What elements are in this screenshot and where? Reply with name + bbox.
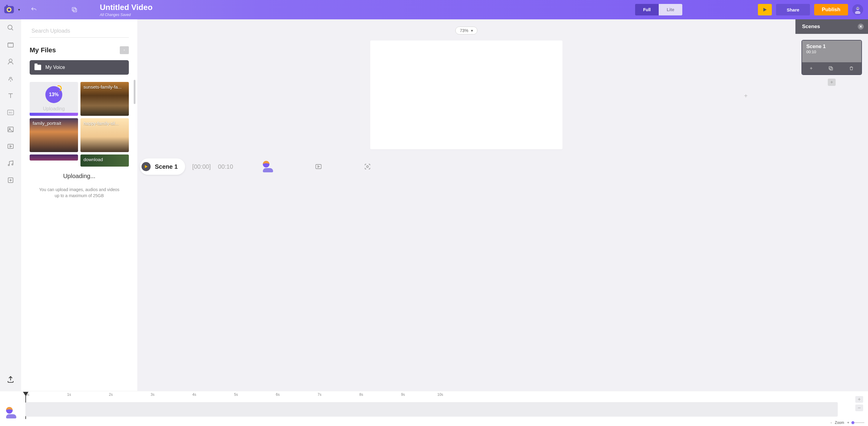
timeline-track[interactable] bbox=[25, 402, 838, 417]
upload-hint: You can upload images, audios and videos… bbox=[30, 187, 129, 199]
scene-card-body: Scene 1 00:10 bbox=[802, 40, 861, 62]
trash-icon bbox=[849, 66, 854, 71]
timeline-zoom-out[interactable]: − bbox=[855, 404, 863, 411]
mode-full-button[interactable]: Full bbox=[635, 4, 659, 15]
tick: 8s bbox=[359, 392, 363, 397]
add-scene-button[interactable]: + bbox=[828, 78, 836, 86]
avatar-body-icon bbox=[263, 168, 273, 172]
duplicate-scene-action[interactable] bbox=[828, 66, 834, 71]
search-uploads-input[interactable] bbox=[30, 25, 129, 38]
character-tool-button[interactable] bbox=[263, 161, 273, 172]
tool-rail: BG bbox=[0, 19, 21, 391]
scene-card-time: 00:10 bbox=[806, 50, 857, 54]
copy-icon bbox=[828, 66, 834, 71]
mode-lite-button[interactable]: Lite bbox=[659, 4, 682, 15]
tick: 10s bbox=[437, 392, 443, 397]
svg-point-10 bbox=[858, 8, 859, 9]
save-status: All Changes Saved bbox=[100, 13, 152, 17]
timeline-ruler[interactable]: 0s 1s 2s 3s 4s 5s 6s 7s 8s 9s 10s bbox=[0, 391, 868, 398]
thumb-label: happy-family-sil... bbox=[84, 121, 126, 126]
music-icon[interactable] bbox=[6, 159, 15, 167]
add-folder-button[interactable]: + bbox=[120, 46, 129, 54]
zoom-slider[interactable] bbox=[852, 422, 864, 423]
share-button[interactable]: Share bbox=[776, 4, 810, 15]
svg-point-14 bbox=[9, 59, 12, 62]
character-icon[interactable] bbox=[6, 58, 15, 66]
copy-button[interactable] bbox=[68, 3, 81, 16]
progress-percent: 13% bbox=[45, 86, 62, 103]
tick: 1s bbox=[67, 392, 71, 397]
video-icon[interactable] bbox=[6, 142, 15, 151]
delete-scene-action[interactable] bbox=[849, 66, 854, 71]
add-element-button[interactable]: + bbox=[744, 93, 748, 99]
uploading-label: Uploading bbox=[43, 106, 65, 111]
zoom-plus[interactable]: + bbox=[847, 421, 849, 425]
tick: 2s bbox=[109, 392, 113, 397]
app-header: ▾ Untitled Video All Changes Saved Full … bbox=[0, 0, 868, 19]
svg-rect-29 bbox=[316, 164, 321, 169]
scenes-icon[interactable] bbox=[6, 40, 15, 49]
svg-point-9 bbox=[857, 8, 858, 9]
thumb-portrait[interactable]: family_portrait bbox=[30, 118, 78, 152]
svg-rect-4 bbox=[73, 8, 76, 12]
thumb-download[interactable]: download bbox=[81, 155, 129, 167]
zoom-label: Zoom bbox=[835, 421, 844, 425]
svg-point-2 bbox=[8, 8, 10, 11]
svg-rect-5 bbox=[72, 7, 75, 11]
text-icon[interactable] bbox=[6, 91, 15, 100]
image-icon[interactable] bbox=[6, 125, 15, 134]
search-icon[interactable] bbox=[6, 24, 15, 32]
timeline-zoom-in[interactable]: + bbox=[855, 396, 863, 403]
upload-icon[interactable] bbox=[6, 375, 15, 384]
upload-progress-bar bbox=[30, 113, 78, 116]
thumb-happy[interactable]: happy-family-sil... bbox=[81, 118, 129, 152]
scenes-panel: Scenes ✕ Scene 1 00:10 + + bbox=[796, 19, 868, 391]
props-icon[interactable] bbox=[6, 74, 15, 83]
chevron-down-icon: ▾ bbox=[471, 28, 473, 33]
svg-text:+: + bbox=[123, 49, 125, 52]
timeline: 0s 1s 2s 3s 4s 5s 6s 7s 8s 9s 10s + − - … bbox=[0, 391, 868, 426]
thumb-sunset[interactable]: sunsets-family-fa... bbox=[81, 82, 129, 116]
svg-point-30 bbox=[367, 166, 368, 167]
zoom-value: 73% bbox=[460, 28, 468, 33]
scene-card-title: Scene 1 bbox=[806, 43, 857, 50]
tick: 9s bbox=[401, 392, 405, 397]
user-avatar[interactable] bbox=[852, 4, 863, 15]
logo-menu[interactable]: ▾ bbox=[2, 3, 20, 16]
scene-camera-button[interactable] bbox=[364, 163, 371, 170]
upload-status-text: Uploading... bbox=[30, 173, 129, 179]
upload-progress-thumb: 13% Uploading bbox=[30, 82, 78, 116]
tick: 7s bbox=[317, 392, 321, 397]
folder-plus-icon: + bbox=[122, 48, 127, 52]
scene-video-button[interactable] bbox=[315, 163, 322, 170]
video-title[interactable]: Untitled Video bbox=[100, 3, 152, 12]
thumb-label: sunsets-family-fa... bbox=[84, 84, 126, 90]
mode-toggle: Full Lite bbox=[635, 4, 682, 15]
scene-play-button[interactable] bbox=[142, 162, 151, 171]
my-files-heading: My Files bbox=[30, 46, 56, 54]
svg-rect-22 bbox=[8, 144, 13, 149]
my-voice-folder[interactable]: My Voice bbox=[30, 60, 129, 75]
close-scenes-button[interactable]: ✕ bbox=[858, 24, 864, 30]
play-icon bbox=[763, 7, 767, 12]
effects-icon[interactable] bbox=[6, 176, 15, 185]
timeline-character-icon[interactable] bbox=[6, 407, 16, 419]
publish-button[interactable]: Publish bbox=[814, 4, 848, 15]
scenes-title: Scenes bbox=[802, 24, 820, 30]
scene-card[interactable]: Scene 1 00:10 + bbox=[802, 40, 862, 75]
panel-scrollbar[interactable] bbox=[134, 80, 135, 104]
app-logo-icon bbox=[2, 3, 16, 16]
undo-button[interactable] bbox=[27, 3, 40, 16]
video-canvas[interactable] bbox=[370, 40, 562, 150]
zoom-dropdown[interactable]: 73% ▾ bbox=[455, 27, 477, 34]
scene-name: Scene 1 bbox=[155, 163, 178, 170]
zoom-minus[interactable]: - bbox=[831, 421, 832, 425]
background-icon[interactable]: BG bbox=[6, 108, 15, 117]
add-scene-action[interactable]: + bbox=[810, 66, 812, 71]
thumb-label: family_portrait bbox=[33, 121, 75, 126]
preview-play-button[interactable] bbox=[758, 4, 772, 15]
scene-pill: Scene 1 bbox=[140, 158, 185, 175]
svg-point-7 bbox=[856, 7, 859, 10]
thumb-purple[interactable] bbox=[30, 155, 78, 161]
title-block: Untitled Video All Changes Saved bbox=[100, 3, 152, 17]
